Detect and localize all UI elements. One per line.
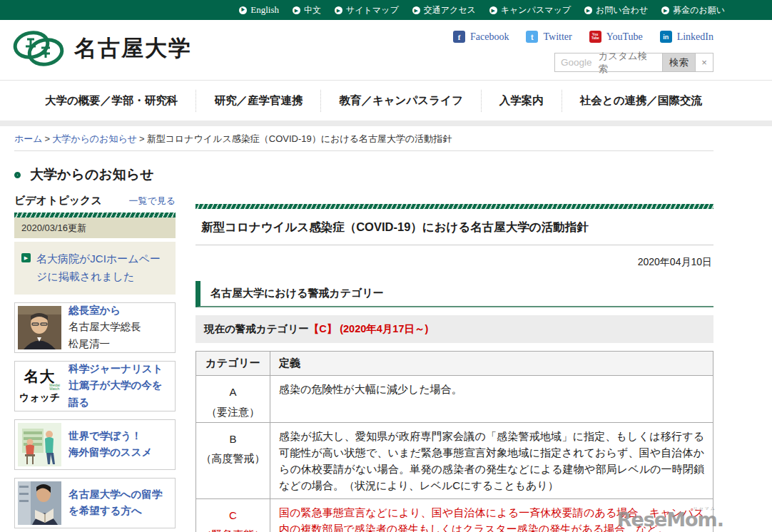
search-placeholder: カスタム検索: [599, 50, 656, 76]
ring-bullet-icon: [14, 172, 21, 178]
search-button[interactable]: 検索: [662, 53, 695, 71]
view-all-link[interactable]: 一覧で見る: [128, 195, 176, 208]
search-clear-button[interactable]: ×: [695, 53, 713, 71]
sidebar-item-meidai-watch[interactable]: 名大 Meidai Watch ウォッチ 科学ジャーナリスト 辻篤子が大学の今を…: [14, 361, 176, 411]
column-header-definition: 定義: [270, 352, 713, 376]
topbar-link-contact[interactable]: ▶お問い合わせ: [584, 4, 648, 16]
site-header: 名古屋大学 f Facebook t Twitter You Tube YouT…: [0, 20, 772, 80]
nav-item-research[interactable]: 研究／産学官連携: [195, 90, 320, 112]
table-row-category-a: A （要注意） 感染の危険性が大幅に減少した場合。: [196, 376, 713, 423]
table-header-row: カテゴリー 定義: [196, 352, 713, 376]
social-links: f Facebook t Twitter You Tube YouTube in…: [453, 31, 713, 43]
student-photo: [18, 481, 61, 525]
current-category-label: 現在の警戒カテゴリー: [204, 323, 309, 334]
search-box: Google カスタム検索 検索 ×: [554, 53, 713, 72]
meidai-watch-logo: 名大 Meidai Watch ウォッチ: [18, 364, 61, 408]
circle-arrow-icon: ▶: [489, 6, 497, 14]
circle-arrow-icon: ▶: [412, 6, 420, 14]
circle-arrow-icon: ▶: [239, 6, 247, 14]
sidebar-item-study-abroad[interactable]: 世界で学ぼう！ 海外留学のススメ: [14, 419, 176, 470]
category-cell: B （高度警戒）: [196, 422, 270, 498]
circle-arrow-icon: ▶: [293, 6, 300, 14]
category-cell: C （緊急事態）: [196, 498, 270, 532]
topbar-link-sitemap[interactable]: ▶サイトマップ: [335, 4, 399, 16]
green-hatched-divider: [14, 213, 176, 218]
video-updated-date: 2020/03/16更新: [14, 218, 176, 238]
column-header-category: カテゴリー: [196, 352, 270, 376]
circle-arrow-icon: ▶: [661, 6, 669, 14]
study-abroad-illustration: [18, 423, 61, 466]
page-title-row: 大学からのお知らせ: [14, 165, 713, 184]
circle-arrow-icon: ▶: [335, 6, 342, 14]
video-topics-title: ビデオトピックス: [14, 194, 102, 208]
category-definition-table: カテゴリー 定義 A （要注意） 感染の危険性が大幅に減少した場合。: [195, 351, 713, 532]
sidebar-item-incoming-study[interactable]: 名古屋大学への留学を希望する方へ: [14, 478, 176, 528]
sidebar-item-president[interactable]: 総長室から 名古屋大学総長 松尾清一: [14, 302, 176, 353]
breadcrumb-home[interactable]: ホーム: [14, 133, 43, 144]
breadcrumb: ホーム>大学からのお知らせ>新型コロナウイルス感染症（COVID-19）における…: [14, 126, 713, 151]
nav-item-admissions[interactable]: 入学案内: [481, 90, 562, 112]
page-title: 大学からのお知らせ: [30, 165, 154, 184]
sidebar-item-text: 総長室から 名古屋大学総長 松尾清一: [68, 302, 141, 352]
sidebar-item-text: 世界で学ぼう！ 海外留学のススメ: [68, 428, 152, 461]
current-category-value: 【C】: [309, 323, 337, 334]
main-content: 新型コロナウイルス感染症（COVID-19）における名古屋大学の活動指針 202…: [195, 204, 713, 532]
facebook-link[interactable]: f Facebook: [453, 31, 509, 43]
play-icon: ▶: [21, 253, 31, 262]
nav-item-education[interactable]: 教育／キャンパスライフ: [320, 90, 480, 112]
watermark-ruby: リセマム: [693, 506, 716, 512]
resemom-watermark: リセマム ReseMom.: [617, 508, 723, 531]
president-photo: [18, 306, 61, 349]
topbar-link-access[interactable]: ▶交通アクセス: [412, 4, 476, 16]
definition-cell: 感染が拡大し、愛知県が政府専門家会議の「感染警戒地域」に指定、もしくは移行する可…: [270, 422, 713, 498]
breadcrumb-separator: >: [45, 133, 51, 144]
circle-arrow-icon: ▶: [584, 6, 592, 14]
linkedin-link[interactable]: in LinkedIn: [660, 31, 713, 43]
nav-bottom-strip: [0, 121, 772, 126]
table-row-category-b: B （高度警戒） 感染が拡大し、愛知県が政府専門家会議の「感染警戒地域」に指定、…: [196, 422, 713, 498]
video-topics-header: ビデオトピックス 一覧で見る: [14, 194, 176, 208]
top-utility-bar: ▶English ▶中文 ▶サイトマップ ▶交通アクセス ▶キャンパスマップ ▶…: [0, 0, 772, 20]
close-icon: ×: [701, 57, 707, 68]
site-search: Google カスタム検索 検索 ×: [554, 53, 713, 72]
nav-item-overview[interactable]: 大学の概要／学部・研究科: [27, 90, 195, 112]
youtube-link[interactable]: You Tube YouTube: [589, 31, 643, 43]
sidebar-item-text: 科学ジャーナリスト 辻篤子が大学の今を語る: [68, 361, 169, 411]
article-title: 新型コロナウイルス感染症（COVID-19）における名古屋大学の活動指針: [195, 209, 713, 245]
nav-item-collaboration[interactable]: 社会との連携／国際交流: [562, 90, 720, 112]
youtube-icon: You Tube: [589, 31, 601, 43]
twitter-icon: t: [526, 31, 538, 43]
search-input[interactable]: Google カスタム検索: [555, 53, 662, 71]
university-logo[interactable]: 名古屋大学: [13, 29, 192, 68]
linkedin-icon: in: [660, 31, 672, 43]
definition-cell: 感染の危険性が大幅に減少した場合。: [270, 376, 713, 423]
breadcrumb-section[interactable]: 大学からのお知らせ: [52, 133, 137, 144]
nagoya-university-emblem: [13, 29, 66, 68]
category-cell: A （要注意）: [196, 376, 270, 423]
green-hatched-divider: [195, 204, 713, 209]
facebook-icon: f: [453, 31, 465, 43]
sidebar: ビデオトピックス 一覧で見る 2020/03/16更新 ▶ 名大病院がJCIホー…: [14, 194, 176, 532]
topbar-link-english[interactable]: ▶English: [239, 4, 279, 16]
global-nav: 大学の概要／学部・研究科 研究／産学官連携 教育／キャンパスライフ 入学案内 社…: [0, 80, 772, 121]
sidebar-item-text: 名古屋大学への留学を希望する方へ: [68, 486, 169, 519]
university-logo-text: 名古屋大学: [74, 34, 192, 63]
topbar-link-donation[interactable]: ▶募金のお願い: [661, 4, 725, 16]
current-category-box: 現在の警戒カテゴリー【C】 (2020年4月17日～): [195, 315, 713, 343]
video-topic-link-text: 名大病院がJCIホームページに掲載されました: [36, 250, 168, 286]
breadcrumb-separator: >: [139, 133, 145, 144]
video-topic-link[interactable]: ▶ 名大病院がJCIホームページに掲載されました: [14, 242, 176, 295]
breadcrumb-current: 新型コロナウイルス感染症（COVID-19）における名古屋大学の活動指針: [147, 133, 452, 144]
topbar-link-campus-map[interactable]: ▶キャンパスマップ: [489, 4, 571, 16]
section-heading: 名古屋大学における警戒カテゴリー: [195, 281, 713, 307]
search-brand-placeholder: Google: [561, 57, 592, 68]
article-date: 2020年04月10日: [195, 245, 713, 281]
twitter-link[interactable]: t Twitter: [526, 31, 572, 43]
topbar-link-chinese[interactable]: ▶中文: [293, 4, 321, 16]
current-category-period: (2020年4月17日～): [340, 323, 428, 334]
